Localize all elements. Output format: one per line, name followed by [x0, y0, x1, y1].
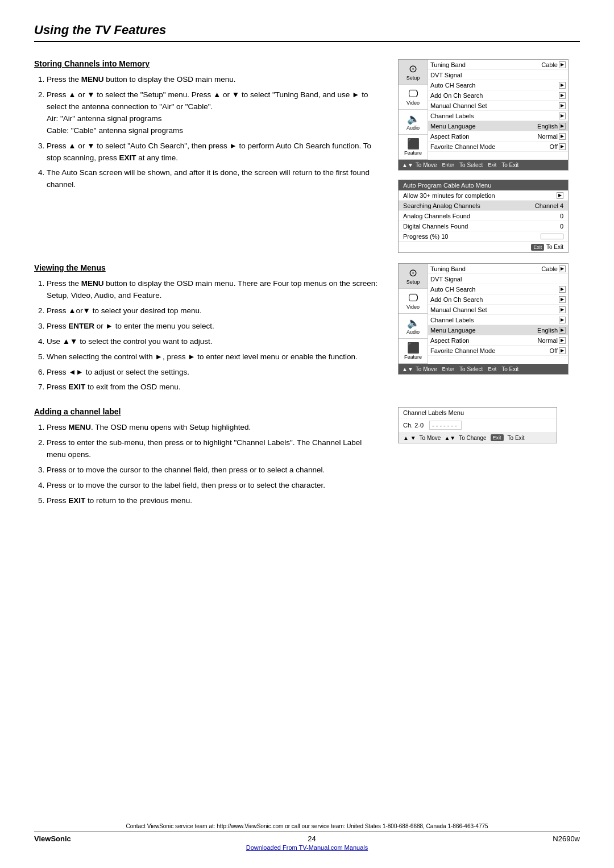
exit-key: Exit — [531, 244, 544, 251]
osd-label: Aspect Ration — [430, 133, 538, 140]
osd-row-dvt-2: DVT Signal — [428, 274, 568, 284]
osd-label: Add On Ch Search — [430, 296, 559, 303]
footer-text: To Select — [459, 162, 483, 168]
footer-text: To Select — [459, 366, 483, 372]
auto-prog-value: ▶ — [557, 192, 563, 199]
list-item: Press to enter the sub-menu, then press … — [47, 437, 381, 461]
audio-label: Audio — [406, 125, 420, 131]
osd-row-auto-ch: Auto CH Search ▶ — [428, 80, 568, 90]
osd-label: DVT Signal — [430, 276, 566, 283]
osd-label: Favorite Channel Mode — [430, 143, 550, 150]
bold-exit: EXIT — [68, 383, 85, 391]
osd-value: Off ▶ — [550, 143, 566, 150]
adding-channel-right: Channel Labels Menu Ch. 2-0 ------- ▲ ▼ … — [398, 407, 580, 510]
bold-exit: EXIT — [68, 496, 85, 505]
list-item: Press ◄► to adjust or select the setting… — [47, 367, 381, 379]
osd-label: Channel Labels — [430, 317, 559, 323]
arrow-right-icon: ▶ — [559, 347, 566, 354]
osd-icon-video-2: 🖵 Video — [399, 289, 428, 314]
list-item: Press the MENU button to display the OSD… — [47, 278, 381, 302]
storing-channels-section: Storing Channels into Memory Press the M… — [34, 59, 580, 253]
osd-value: ▶ — [559, 82, 566, 89]
osd-label: Menu Language — [430, 123, 537, 130]
osd-row-manual: Manual Channel Set ▶ — [428, 101, 568, 111]
osd-content: Tuning Band Cable ▶ DVT Signal Auto CH S… — [428, 60, 568, 160]
video-icon: 🖵 — [408, 293, 418, 303]
arrow-right-icon: ▶ — [559, 286, 566, 293]
osd-label: Menu Language — [430, 327, 537, 334]
osd-value: Cable ▶ — [541, 61, 566, 68]
setup-icon: ⊙ — [409, 64, 417, 74]
exit-key: Exit — [491, 434, 504, 441]
osd-row-aspect: Aspect Ration Normal ▶ — [428, 131, 568, 142]
arrow-right-icon: ▶ — [559, 133, 566, 140]
footer-page-number: 24 — [308, 834, 316, 843]
nav-arrows-icon: ▲ ▼ — [403, 435, 416, 441]
list-item: Press or to move the cursor to the label… — [47, 480, 381, 492]
osd-value: English ▶ — [537, 327, 566, 334]
osd-value: Cable ▶ — [541, 265, 566, 272]
footer-download-link[interactable]: Downloaded From TV-Manual.com Manuals — [34, 844, 580, 851]
auto-prog-value: 0 — [560, 223, 563, 230]
auto-prog-value — [541, 234, 563, 239]
arrow-right-icon: ▶ — [559, 82, 566, 89]
page-container: Using the TV Features Storing Channels i… — [0, 0, 614, 562]
osd-label: Aspect Ration — [430, 337, 538, 344]
video-icon: 🖵 — [408, 89, 418, 99]
storing-channels-right: ⊙ Setup 🖵 Video 🔈 Audio ⬛ — [398, 59, 580, 253]
osd-icon-audio-2: 🔈 Audio — [399, 314, 428, 339]
osd-row-favorite: Favorite Channel Mode Off ▶ — [428, 142, 568, 152]
osd-value: ▶ — [559, 317, 566, 323]
osd-label: Auto CH Search — [430, 286, 559, 293]
viewing-menus-right: ⊙ Setup 🖵 Video 🔈 Audio ⬛ — [398, 263, 580, 397]
nav-change-icon: ▲▼ — [444, 435, 455, 441]
auto-prog-header: Auto Program Cable Auto Menu — [399, 180, 568, 190]
feature-icon: ⬛ — [407, 139, 420, 149]
osd-row-dvt: DVT Signal — [428, 70, 568, 80]
bold-menu: MENU — [81, 279, 104, 288]
nav-icon: ▲▼ — [402, 366, 413, 372]
arrow-right-icon: ▶ — [559, 61, 566, 68]
auto-prog-row-analog: Analog Channels Found 0 — [399, 211, 568, 221]
footer-model: N2690w — [553, 834, 580, 843]
bold-menu: MENU — [68, 423, 91, 431]
storing-channels-left: Storing Channels into Memory Press the M… — [34, 59, 381, 253]
list-item: Use ▲▼ to select the control you want to… — [47, 336, 381, 348]
osd-menu-row: ⊙ Setup 🖵 Video 🔈 Audio ⬛ — [399, 60, 568, 160]
auto-prog-value: 0 — [560, 213, 563, 219]
list-item: Press EXIT to return to the previous men… — [47, 495, 381, 507]
ch-label-footer: ▲ ▼ To Move ▲▼ To Change Exit To Exit — [399, 433, 557, 443]
bold-menu: MENU — [81, 75, 104, 84]
arrow-right-icon: ▶ — [559, 102, 566, 109]
osd-label: Favorite Channel Mode — [430, 347, 550, 354]
osd-value: ▶ — [559, 296, 566, 303]
osd-value: ▶ — [559, 286, 566, 293]
feature-icon: ⬛ — [407, 343, 420, 353]
auto-prog-row-searching: Searching Analog Channels Channel 4 — [399, 201, 568, 211]
osd-content-2: Tuning Band Cable ▶ DVT Signal Auto CH S… — [428, 264, 568, 364]
audio-label: Audio — [406, 329, 420, 335]
list-item: The Auto Scan screen will be shown, and … — [47, 167, 381, 191]
arrow-right-icon: ▶ — [559, 337, 566, 344]
video-label: Video — [406, 304, 420, 310]
footer-text: To Exit — [501, 366, 518, 372]
osd-row-add-on-2: Add On Ch Search ▶ — [428, 294, 568, 305]
osd-icon-audio: 🔈 Audio — [399, 110, 428, 135]
footer-text: To Change — [459, 435, 486, 441]
osd-label: Auto CH Search — [430, 82, 559, 89]
footer-text: To Move — [416, 162, 437, 168]
osd-row-tuning-2: Tuning Band Cable ▶ — [428, 264, 568, 274]
ch-label-dashes: ------- — [429, 421, 462, 430]
arrow-right-icon: ▶ — [559, 113, 566, 119]
auto-prog-row-progress: Progress (%) 10 — [399, 231, 568, 242]
osd-label: Tuning Band — [430, 265, 541, 272]
osd-row-add-on: Add On Ch Search ▶ — [428, 90, 568, 101]
footer-text: To Exit — [508, 435, 525, 441]
footer-text: To Move — [416, 366, 437, 372]
osd-label: Tuning Band — [430, 61, 541, 68]
channel-label-box: Channel Labels Menu Ch. 2-0 ------- ▲ ▼ … — [398, 407, 557, 443]
auto-prog-label: Analog Channels Found — [403, 213, 560, 219]
feature-label: Feature — [404, 150, 422, 156]
storing-channels-steps: Press the MENU button to display the OSD… — [34, 74, 381, 191]
osd-row-tuning: Tuning Band Cable ▶ — [428, 60, 568, 70]
